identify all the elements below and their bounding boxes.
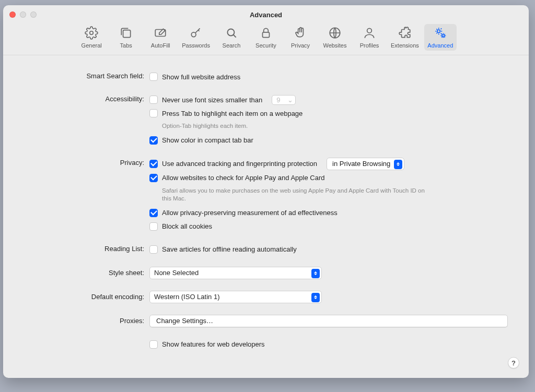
toolbar-general[interactable]: General [75, 24, 108, 51]
toolbar-security[interactable]: Security [250, 24, 282, 51]
change-proxies-button[interactable]: Change Settings… [149, 315, 508, 327]
toolbar-label: Passwords [182, 42, 210, 49]
updown-caret-icon [394, 160, 402, 169]
window-title: Advanced [3, 11, 529, 19]
toolbar-label: Extensions [391, 42, 419, 49]
reading-list-label: Reading List: [14, 244, 149, 253]
svg-point-8 [437, 30, 440, 32]
autofill-pencil-icon [154, 26, 167, 41]
apple-pay-label: Allow websites to check for Apple Pay an… [162, 174, 324, 182]
toolbar-label: Privacy [291, 42, 310, 49]
min-font-size-stepper[interactable]: 9 ⌄ [272, 95, 296, 105]
gears-icon [434, 26, 447, 41]
ad-measurement-checkbox[interactable] [149, 209, 158, 217]
toolbar-advanced[interactable]: Advanced [424, 24, 457, 51]
svg-point-7 [367, 28, 372, 33]
toolbar-passwords[interactable]: Passwords [179, 24, 213, 51]
advanced-settings-content: Smart Search field: Show full website ad… [3, 55, 529, 363]
toolbar-websites[interactable]: Websites [319, 24, 351, 51]
smart-search-field-label: Smart Search field: [14, 71, 149, 80]
window-controls [9, 11, 37, 18]
updown-caret-icon [311, 269, 320, 278]
show-full-address-label: Show full website address [162, 73, 240, 81]
save-offline-label: Save articles for offline reading automa… [162, 245, 297, 253]
toolbar-tabs[interactable]: Tabs [110, 24, 142, 51]
toolbar-label: Advanced [427, 42, 453, 49]
toolbar-privacy[interactable]: Privacy [284, 24, 317, 51]
minimize-window-button[interactable] [20, 11, 26, 18]
save-offline-checkbox[interactable] [149, 245, 158, 254]
press-tab-label: Press Tab to highlight each item on a we… [162, 110, 303, 117]
toolbar-label: Search [223, 42, 241, 49]
help-label: ? [511, 359, 516, 367]
show-color-compact-checkbox[interactable] [149, 136, 158, 145]
gear-icon [85, 26, 98, 41]
toolbar-label: Tabs [120, 42, 132, 49]
toolbar-autofill[interactable]: AutoFill [144, 24, 177, 51]
ad-measurement-label: Allow privacy-preserving measurement of … [162, 209, 338, 217]
apple-pay-note: Safari allows you to make purchases on t… [162, 187, 434, 203]
advanced-tracking-label: Use advanced tracking and fingerprinting… [162, 160, 317, 168]
default-encoding-value: Western (ISO Latin 1) [154, 293, 219, 301]
never-font-smaller-checkbox[interactable] [149, 96, 158, 104]
style-sheet-select[interactable]: None Selected [149, 267, 322, 279]
close-window-button[interactable] [9, 11, 16, 18]
default-encoding-label: Default encoding: [14, 291, 149, 301]
titlebar: Advanced [3, 5, 529, 24]
svg-rect-5 [262, 32, 269, 38]
block-cookies-label: Block all cookies [162, 222, 212, 230]
puzzle-icon [398, 26, 412, 41]
toolbar-label: Profiles [360, 42, 379, 49]
privacy-section-label: Privacy: [14, 158, 149, 167]
show-full-address-checkbox[interactable] [149, 73, 158, 81]
svg-point-9 [442, 34, 444, 37]
globe-icon [328, 26, 342, 41]
advanced-tracking-scope-select[interactable]: in Private Browsing [327, 158, 404, 170]
show-dev-features-checkbox[interactable] [149, 340, 158, 349]
show-dev-features-label: Show features for web developers [162, 340, 265, 348]
person-icon [363, 26, 376, 41]
tabs-icon [119, 26, 133, 41]
preferences-window: Advanced General Tabs AutoFill Passwords [3, 5, 529, 378]
key-icon [189, 26, 203, 41]
press-tab-checkbox[interactable] [149, 109, 158, 117]
default-encoding-select[interactable]: Western (ISO Latin 1) [149, 291, 322, 303]
chevron-down-icon: ⌄ [287, 96, 293, 104]
magnifying-glass-icon [225, 26, 238, 41]
change-proxies-button-label: Change Settings… [156, 317, 213, 325]
advanced-tracking-checkbox[interactable] [149, 160, 158, 168]
toolbar-profiles[interactable]: Profiles [353, 24, 386, 51]
svg-point-3 [191, 32, 196, 37]
svg-rect-1 [123, 30, 131, 38]
advanced-tracking-scope-value: in Private Browsing [332, 160, 390, 168]
updown-caret-icon [311, 293, 320, 302]
preferences-toolbar: General Tabs AutoFill Passwords Search [3, 24, 529, 55]
block-cookies-checkbox[interactable] [149, 222, 158, 231]
help-button[interactable]: ? [508, 357, 519, 369]
toolbar-search[interactable]: Search [215, 24, 248, 51]
toolbar-label: Websites [323, 42, 346, 49]
min-font-size-value: 9 [276, 96, 280, 104]
hand-icon [294, 26, 307, 41]
toolbar-label: AutoFill [151, 42, 170, 49]
accessibility-label: Accessibility: [14, 94, 149, 103]
toolbar-label: Security [255, 42, 276, 49]
zoom-window-button[interactable] [30, 11, 37, 18]
press-tab-note: Option-Tab highlights each item. [162, 122, 434, 130]
style-sheet-value: None Selected [154, 269, 199, 277]
apple-pay-checkbox[interactable] [149, 174, 158, 182]
proxies-label: Proxies: [14, 315, 149, 325]
toolbar-label: General [82, 42, 102, 49]
toolbar-extensions[interactable]: Extensions [388, 24, 422, 51]
svg-point-4 [227, 29, 234, 35]
lock-icon [259, 26, 273, 41]
style-sheet-label: Style sheet: [14, 267, 149, 277]
never-font-smaller-label: Never use font sizes smaller than [162, 96, 262, 104]
show-color-compact-label: Show color in compact tab bar [162, 136, 253, 144]
svg-point-0 [90, 31, 94, 35]
